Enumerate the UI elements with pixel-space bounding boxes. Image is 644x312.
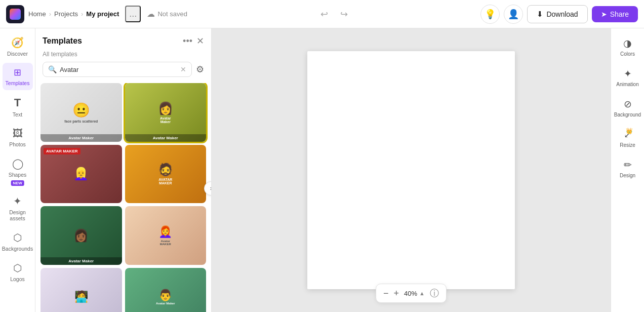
share-icon: ➤ — [601, 10, 607, 18]
topbar-center: ↩ ↪ — [191, 7, 476, 22]
more-options-button[interactable]: ... — [125, 6, 141, 22]
sidebar-item-logos-label: Logos — [10, 276, 25, 282]
logos-icon: ⬡ — [13, 262, 22, 274]
right-sidebar-resize[interactable]: ⤢ 👑 Resize — [613, 125, 642, 152]
template-label-2: Avatar Maker — [125, 134, 207, 142]
sidebar-item-backgrounds[interactable]: ⬡ Backgrounds — [3, 227, 33, 256]
zoom-info-button[interactable]: ⓘ — [430, 287, 439, 299]
template-card-6[interactable]: 👩‍🦰 AvatarMAKER — [125, 206, 207, 265]
breadcrumb-home[interactable]: Home — [28, 10, 46, 18]
sidebar-item-templates[interactable]: ⊞ Templates — [3, 63, 33, 90]
avatar-icon: 👤 — [508, 9, 519, 20]
sidebar-item-backgrounds-label: Backgrounds — [2, 246, 33, 252]
template-grid: 😐 face parts scattered Avatar Maker 👩 Av… — [41, 83, 206, 312]
redo-button[interactable]: ↪ — [337, 7, 351, 22]
filter-button[interactable]: ⚙ — [196, 64, 204, 75]
zoom-level[interactable]: 40% ▲ — [404, 290, 425, 297]
right-sidebar-colors-label: Colors — [620, 51, 635, 57]
panel-subtitle: All templates — [35, 51, 211, 62]
search-input[interactable] — [60, 66, 177, 73]
breadcrumb-projects[interactable]: Projects — [54, 10, 78, 18]
sidebar-item-text-label: Text — [13, 111, 22, 118]
shapes-icon: ◯ — [12, 158, 23, 170]
right-sidebar-background-label: Background — [614, 112, 641, 118]
resize-icon-wrap: ⤢ 👑 — [624, 129, 632, 140]
sidebar-item-discover[interactable]: 🧭 Discover — [3, 32, 33, 61]
template-card-7[interactable]: 🧑‍💻 Avatar Maker — [41, 268, 122, 312]
panel-header-actions: ••• ✕ — [183, 35, 204, 47]
sidebar-item-shapes[interactable]: ◯ Shapes NEW — [3, 153, 33, 189]
sidebar-item-text[interactable]: T Text — [3, 92, 33, 122]
zoom-chevron-icon: ▲ — [419, 290, 425, 296]
search-clear-button[interactable]: ✕ — [180, 65, 186, 73]
panel-scroll[interactable]: › 😐 face parts scattered Avatar Maker — [35, 83, 211, 312]
panel-header: Templates ••• ✕ — [35, 28, 211, 51]
search-box: 🔍 ✕ — [43, 62, 192, 77]
zoom-in-button[interactable]: + — [394, 288, 399, 299]
template-card-8[interactable]: 👨 Avatar Maker — [125, 268, 207, 312]
main-layout: 🧭 Discover ⊞ Templates T Text 🖼 Photos ◯… — [0, 28, 644, 312]
save-status: ☁ Not saved — [147, 9, 187, 19]
panel-title: Templates — [43, 36, 82, 46]
breadcrumb: Home › Projects › My project — [28, 10, 119, 18]
right-sidebar-animation-label: Animation — [616, 82, 638, 87]
text-icon: T — [14, 96, 21, 109]
magic-button[interactable]: 💡 — [480, 5, 500, 24]
template-card-5[interactable]: 👩🏾 Avatar Maker — [41, 206, 122, 265]
sidebar-item-design-assets[interactable]: ✦ Design assets — [3, 191, 33, 225]
breadcrumb-sep-2: › — [81, 10, 83, 18]
search-row: 🔍 ✕ ⚙ — [35, 62, 211, 83]
colors-icon: ◑ — [623, 37, 632, 49]
zoom-level-value: 40% — [404, 290, 417, 297]
template-card-3[interactable]: 👱‍♀️ AVATAR MAKER — [41, 145, 122, 204]
design-assets-icon: ✦ — [13, 195, 22, 207]
sidebar-item-discover-label: Discover — [7, 51, 28, 57]
right-sidebar-resize-label: Resize — [620, 142, 635, 148]
templates-panel: Templates ••• ✕ All templates 🔍 ✕ ⚙ › — [35, 28, 212, 312]
templates-icon: ⊞ — [14, 67, 21, 78]
right-sidebar-design[interactable]: ✏ Design — [613, 155, 642, 182]
canvas-background — [307, 51, 515, 289]
share-button[interactable]: ➤ Share — [592, 6, 638, 22]
right-sidebar-colors[interactable]: ◑ Colors — [613, 33, 642, 61]
download-button[interactable]: ⬇ Download — [527, 5, 587, 23]
topbar-right: 💡 👤 ⬇ Download ➤ Share — [480, 5, 638, 24]
right-sidebar-design-label: Design — [620, 173, 635, 178]
panel-more-button[interactable]: ••• — [183, 36, 192, 47]
sidebar-item-photos[interactable]: 🖼 Photos — [3, 124, 33, 151]
search-icon: 🔍 — [48, 65, 57, 73]
sidebar-item-shapes-label: Shapes — [9, 172, 27, 178]
photos-icon: 🖼 — [13, 128, 23, 139]
right-sidebar-background[interactable]: ⊘ Background — [613, 94, 642, 122]
sidebar-item-templates-label: Templates — [6, 80, 30, 86]
canvas-area: − + 40% ▲ ⓘ — [212, 28, 611, 312]
sidebar-item-design-assets-label: Design assets — [5, 209, 31, 221]
download-icon: ⬇ — [537, 10, 543, 19]
avatar-button[interactable]: 👤 — [504, 5, 523, 24]
shapes-new-badge: NEW — [11, 180, 24, 186]
template-label-3: AVATAR MAKER — [44, 148, 80, 154]
breadcrumb-current: My project — [86, 10, 119, 18]
undo-button[interactable]: ↩ — [317, 7, 331, 22]
sidebar-item-photos-label: Photos — [9, 141, 26, 147]
template-card-4[interactable]: 🧔 AVATARMAKER — [125, 145, 207, 204]
zoom-out-button[interactable]: − — [383, 288, 389, 299]
animation-icon: ✦ — [624, 68, 632, 80]
template-label-1: Avatar Maker — [41, 134, 122, 142]
template-card-2[interactable]: 👩 AvatarMaker Avatar Maker — [125, 83, 207, 142]
backgrounds-icon: ⬡ — [13, 231, 22, 244]
left-sidebar: 🧭 Discover ⊞ Templates T Text 🖼 Photos ◯… — [0, 28, 35, 312]
app-logo — [6, 5, 24, 23]
zoom-bar: − + 40% ▲ ⓘ — [376, 284, 447, 303]
design-icon: ✏ — [624, 159, 632, 171]
discover-icon: 🧭 — [11, 36, 24, 49]
magic-icon: 💡 — [485, 9, 496, 20]
crown-badge: 👑 — [626, 128, 633, 134]
template-card-1[interactable]: 😐 face parts scattered Avatar Maker — [41, 83, 122, 142]
right-sidebar-animation[interactable]: ✦ Animation — [613, 64, 642, 91]
panel-close-button[interactable]: ✕ — [196, 35, 204, 47]
background-icon: ⊘ — [624, 98, 632, 110]
sidebar-item-logos[interactable]: ⬡ Logos — [3, 258, 33, 286]
template-label-5: Avatar Maker — [41, 257, 122, 265]
breadcrumb-sep-1: › — [49, 10, 51, 18]
